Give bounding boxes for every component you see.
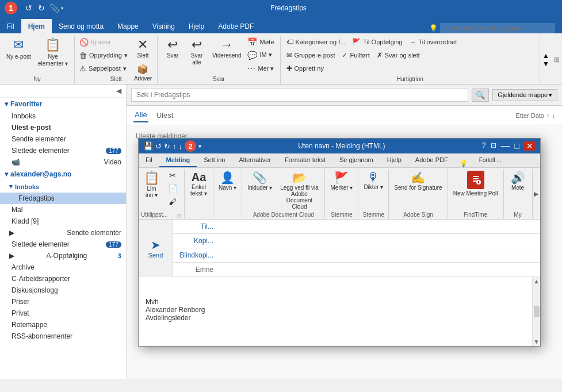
tab-hjem[interactable]: Hjem (21, 19, 52, 33)
compose-tab-hjelp[interactable]: Hjelp (380, 153, 408, 167)
compose-qa-dropdown[interactable]: ▾ (198, 143, 201, 149)
sidebar-item-privat[interactable]: Privat (0, 308, 126, 319)
sidebar-section-favoritter[interactable]: ▾ Favoritter (0, 98, 126, 110)
sidebar-item-ulest-epost[interactable]: Ulest e-post (0, 122, 126, 133)
sidebar-section-account[interactable]: ▾ alexander@ags.no (0, 168, 126, 180)
legg-ved-adobe-button[interactable]: 📂 Legg ved fil via Adobe Document Cloud (276, 169, 322, 212)
enkel-tekst-button[interactable]: Aa Enkeltekst ▾ (188, 169, 210, 198)
sidebar-section-innboks[interactable]: ▾ Innboks (0, 180, 126, 193)
search-button[interactable]: 🔍 (472, 89, 489, 102)
compose-group-utklipp-expand[interactable]: ⊡ (177, 213, 182, 218)
send-button[interactable]: ➤ Send (139, 220, 173, 277)
svar-slett-button[interactable]: ✗ Svar og slett (374, 50, 422, 60)
sidebar-item-rotemappe[interactable]: Rotemappe (0, 319, 126, 330)
mote-button[interactable]: 📅 Møte (245, 36, 276, 48)
filter-tab-alle[interactable]: Alle (133, 108, 148, 122)
new-items-button[interactable]: 📋 Nyeelementer ▾ (35, 36, 71, 69)
opprydding-button[interactable]: 🗑 Opprydding ▾ (77, 50, 130, 61)
compose-maximize-button[interactable]: □ (515, 141, 519, 151)
tab-mappe[interactable]: Mappe (110, 19, 146, 33)
compose-redo-icon[interactable]: ↻ (164, 142, 170, 151)
attach-button[interactable]: 📎 (48, 2, 60, 14)
scroll-thumb[interactable] (534, 306, 540, 317)
klipp-button[interactable]: ✂ (163, 170, 182, 181)
redo-button[interactable]: ↻ (36, 2, 47, 14)
compose-down-icon[interactable]: ↓ (179, 142, 183, 151)
compose-restore-icon[interactable]: ⊡ (491, 141, 496, 151)
sidebar-item-c-arbeidsrapporter[interactable]: C-Arbeidsrapporter (0, 273, 126, 285)
search-input[interactable] (131, 88, 468, 102)
sidebar-item-mal[interactable]: Mal (0, 204, 126, 216)
to-input[interactable] (219, 221, 540, 232)
compose-save-icon[interactable]: 💾 (143, 141, 153, 151)
sidebar-item-fredagstips[interactable]: Fredagstips (0, 193, 126, 204)
sidebar-item-diskusjonslogg[interactable]: Diskusjonslogg (0, 285, 126, 296)
quick-access-dropdown[interactable]: ▾ (61, 6, 63, 11)
subject-input[interactable] (219, 264, 540, 275)
scroll-down-arrow[interactable]: ▼ (534, 339, 540, 345)
sort-direction-down[interactable]: ↓ (552, 112, 556, 119)
sidebar-item-innboks-fav[interactable]: Innboks (0, 110, 126, 122)
svar-alle-button[interactable]: ↩ Svaralle (185, 36, 208, 68)
bcc-button[interactable]: Blindkopi... (173, 250, 219, 260)
compose-up-icon[interactable]: ↑ (173, 142, 177, 151)
tab-file[interactable]: Fil (0, 19, 21, 33)
compose-tab-sett-inn[interactable]: Sett inn (197, 153, 232, 167)
ribbon-expand-button[interactable]: ⊞ (554, 56, 560, 64)
fullfort-button[interactable]: ✓ Fullført (339, 50, 372, 60)
compose-ribbon-scroll-up[interactable]: ▶ (534, 190, 538, 198)
kopi-button[interactable]: 📄 (163, 183, 182, 194)
new-email-button[interactable]: ✉ Ny e-post (3, 36, 34, 62)
folder-scope-dropdown[interactable]: Gjeldende mappe ▾ (492, 89, 557, 101)
filter-tab-ulest[interactable]: Ulest (155, 109, 175, 122)
videresend-button[interactable]: → Videresend (209, 36, 244, 61)
tell-me-input[interactable] (440, 23, 555, 33)
cc-button[interactable]: Kopi... (173, 236, 219, 246)
ignorer-button[interactable]: 🚫 Ignorer (77, 37, 130, 48)
lim-inn-button[interactable]: 📋 Liminn ▾ (141, 169, 162, 200)
soppelpost-button[interactable]: ⚠ Søppelpost ▾ (77, 63, 130, 74)
dikter-button[interactable]: 🎙 Dikter ▾ (361, 169, 386, 192)
sidebar-item-priser[interactable]: Priser (0, 296, 126, 308)
mer-button[interactable]: ⋯ Mer ▾ (245, 63, 276, 74)
undo-button[interactable]: ↺ (23, 2, 35, 14)
compose-lightbulb-icon[interactable]: 💡 (455, 160, 472, 167)
compose-tab-formater[interactable]: Formater tekst (278, 153, 332, 167)
bcc-input[interactable] (219, 250, 540, 260)
ribbon-scroll-up[interactable]: ▲ (542, 52, 549, 60)
compose-tab-se-gjennom[interactable]: Se gjennom (332, 153, 380, 167)
compose-tab-melding[interactable]: Melding (159, 153, 197, 167)
compose-minimize-button[interactable]: — (501, 141, 510, 151)
sidebar-item-archive[interactable]: Archive (0, 262, 126, 273)
compose-close-button[interactable]: ✕ (524, 141, 536, 151)
til-oppfolging-button[interactable]: 🚩 Til Oppfølging (350, 37, 404, 47)
sidebar-item-a-oppfolging[interactable]: ▶ A-Oppfølging 3 (0, 250, 126, 262)
inkluder-button[interactable]: 📎 Inkluder ▾ (244, 169, 275, 193)
compose-body-scrollbar[interactable]: ▲ ▼ (532, 277, 540, 346)
compose-tab-fil[interactable]: Fil (139, 153, 159, 167)
svar-button[interactable]: ↩ Svar (161, 36, 184, 61)
cc-input[interactable] (219, 236, 540, 246)
sidebar-item-kladd[interactable]: Kladd [9] (0, 216, 126, 227)
send-signature-button[interactable]: ✍ Send for Signature (391, 169, 445, 193)
opprett-ny-button[interactable]: ✚ Opprett ny (284, 63, 326, 74)
compose-tab-adobe-pdf[interactable]: Adobe PDF (408, 153, 455, 167)
sidebar-item-video[interactable]: 📹 Video (0, 156, 126, 168)
tab-hjelp[interactable]: Hjelp (182, 19, 211, 33)
mote-addon-button[interactable]: 🔊 Mote (507, 169, 528, 193)
navn-button[interactable]: 👤 Navn ▾ (216, 169, 239, 193)
slett-button[interactable]: ✕ Slett (132, 36, 153, 61)
format-kopi-button[interactable]: 🖌 (163, 196, 182, 207)
sidebar-item-slettede[interactable]: Slettede elementer 177 (0, 239, 126, 250)
to-button[interactable]: Til... (173, 221, 219, 232)
sidebar-item-sendte[interactable]: ▶ Sendte elementer (0, 227, 126, 239)
sidebar-item-sendte-fav[interactable]: Sendte elementer (0, 133, 126, 145)
compose-help-icon[interactable]: ? (482, 141, 486, 151)
compose-tab-alternativer[interactable]: Alternativer (232, 153, 278, 167)
scroll-up-arrow[interactable]: ▲ (534, 278, 540, 285)
sort-direction-up[interactable]: ↑ (546, 112, 550, 119)
sidebar-collapse-button[interactable]: ◀ (113, 86, 125, 96)
ribbon-scroll-down[interactable]: ▼ (542, 60, 549, 68)
new-meeting-poll-button[interactable]: New Meeting Poll (450, 169, 501, 198)
merker-button[interactable]: 🚩 Merker ▾ (327, 169, 355, 193)
